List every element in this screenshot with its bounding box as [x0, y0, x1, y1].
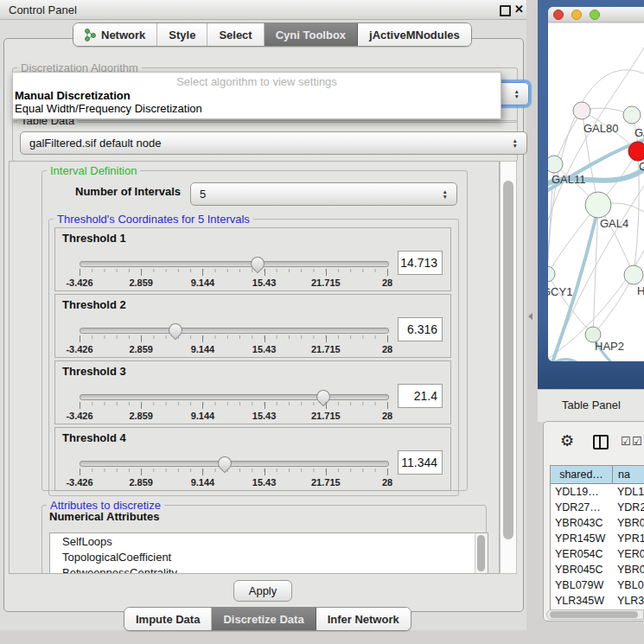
node-label-gal4: GAL4: [600, 217, 628, 230]
threshold-4-slider[interactable]: [80, 461, 389, 467]
table-row[interactable]: YLR345WYLR3: [551, 593, 644, 609]
table-row[interactable]: YDR27…YDR2: [551, 500, 644, 515]
node-right-mid[interactable]: [624, 265, 643, 284]
combobox-value: galFiltered.sif default node: [29, 137, 161, 150]
tab-label: Impute Data: [136, 613, 200, 626]
tab-label: Select: [219, 29, 252, 41]
table-data-combobox[interactable]: galFiltered.sif default node ▲▼: [20, 131, 527, 155]
threshold-3-panel: Threshold 3 -3.426 2.859 9.144 15.43 21.…: [54, 360, 451, 424]
node-gal80[interactable]: [573, 102, 590, 119]
slider-scale: -3.426 2.859 9.144 15.43 21.715 28: [80, 269, 387, 291]
threshold-2-panel: Threshold 2 -3.426 2.859 9.144 15.43 21.…: [54, 294, 451, 358]
table-row[interactable]: YER054CYER0: [551, 546, 644, 562]
threshold-2-label: Threshold 2: [62, 298, 126, 311]
list-item-betweennesscentrality[interactable]: BetweennessCentrality: [50, 564, 488, 574]
checkbox-icon[interactable]: ☑: [632, 435, 642, 448]
node-label-gal11: GAL11: [552, 173, 586, 186]
slider-scale: -3.426 2.859 9.144 15.43 21.715 28: [80, 469, 387, 491]
columns-icon[interactable]: [593, 435, 609, 450]
node-label-hap2: HAP2: [595, 340, 624, 353]
control-panel-tabs: Network Style Select Cyni Toolbox jActiv…: [73, 22, 472, 47]
stepper-icon: ▲▼: [513, 138, 518, 148]
list-item-selfloops[interactable]: SelfLoops: [50, 533, 488, 549]
table-horizontal-scrollbar[interactable]: [546, 609, 644, 620]
threshold-1-panel: Threshold 1 -3.426 2.859 9.144 15.43 21.…: [54, 227, 451, 291]
stepper-icon: ▲▼: [514, 89, 520, 99]
tab-select[interactable]: Select: [207, 23, 264, 46]
settings-scrollbar[interactable]: [500, 161, 517, 574]
group-title: Threshold's Coordinates for 5 Intervals: [54, 213, 253, 226]
tab-cyni-toolbox[interactable]: Cyni Toolbox: [265, 23, 358, 46]
node-partial-right-top[interactable]: [623, 106, 641, 124]
threshold-3-label: Threshold 3: [62, 365, 126, 378]
table-row[interactable]: YDL19…YDL1: [551, 484, 644, 500]
settings-scroll-area: Interval Definition Number of Intervals …: [9, 161, 500, 574]
threshold-1-value-field[interactable]: 14.713: [398, 251, 443, 275]
threshold-1-slider[interactable]: [80, 261, 389, 267]
checkbox-icon[interactable]: ☑: [621, 435, 631, 448]
apply-button[interactable]: Apply: [233, 580, 292, 602]
panel-divider-grip[interactable]: [528, 313, 532, 320]
network-view-panel: GAL80 GA C GAL11 GAL4 GCY1 H HAP2: [538, 0, 644, 389]
tab-impute-data[interactable]: Impute Data: [124, 608, 212, 630]
threshold-4-label: Threshold 4: [62, 431, 126, 444]
threshold-4-value-field[interactable]: 11.344: [398, 450, 443, 475]
number-of-intervals-label: Number of Intervals: [75, 185, 181, 198]
numerical-attributes-list: SelfLoops TopologicalCoefficient Between…: [49, 532, 488, 574]
traffic-light-zoom-icon[interactable]: [590, 10, 600, 20]
group-title: Interval Definition: [47, 164, 140, 177]
tab-label: Discretize Data: [223, 613, 303, 626]
close-icon[interactable]: ✕: [514, 3, 524, 16]
algorithm-dropdown-popup: Select algorithm to view settings Manual…: [12, 72, 501, 119]
scrollbar-thumb[interactable]: [477, 535, 485, 571]
tab-jactivemnodules[interactable]: jActiveMNodules: [358, 23, 471, 46]
number-of-intervals-combobox[interactable]: 5 ▲▼: [190, 182, 457, 206]
dropdown-option-manual[interactable]: Manual Discretization: [15, 89, 131, 102]
combobox-value: 5: [200, 188, 206, 201]
threshold-1-label: Threshold 1: [62, 232, 126, 245]
slider-scale: -3.426 2.859 9.144 15.43 21.715 28: [80, 335, 387, 358]
node-red-selected[interactable]: [628, 142, 644, 161]
node-label-partial: GA: [634, 126, 644, 139]
table-row[interactable]: YBL079WYBL0: [551, 577, 644, 593]
table-row[interactable]: YPR145WYPR1: [551, 531, 644, 546]
traffic-light-close-icon[interactable]: [554, 10, 564, 20]
node-gal4[interactable]: [585, 192, 611, 218]
attributes-list-scrollbar[interactable]: [475, 533, 488, 574]
column-header-name[interactable]: na: [613, 466, 644, 484]
network-tab-icon: [85, 29, 96, 41]
column-header-shared-name[interactable]: shared…: [551, 466, 613, 484]
threshold-4-panel: Threshold 4 -3.426 2.859 9.144 15.43 21.…: [54, 427, 451, 491]
tab-network[interactable]: Network: [73, 23, 157, 46]
scrollbar-thumb[interactable]: [550, 611, 638, 618]
screen: Control Panel ✕ Network Style: [0, 0, 644, 644]
node-label-partial: C: [639, 160, 644, 173]
dropdown-option-equal-width[interactable]: Equal Width/Frequency Discretization: [15, 102, 202, 115]
numerical-attributes-label: Numerical Attributes: [49, 510, 159, 523]
threshold-2-value-field[interactable]: 6.316: [398, 317, 443, 341]
tab-label: Cyni Toolbox: [276, 29, 346, 41]
table-panel-title: Table Panel: [562, 399, 621, 411]
dropdown-hint: Select algorithm to view settings: [13, 75, 501, 88]
float-window-icon[interactable]: [500, 5, 511, 16]
node-gal11[interactable]: [545, 156, 563, 173]
node-label-partial: H: [637, 284, 644, 297]
table-row[interactable]: YBR043CYBR0: [551, 515, 644, 531]
gear-icon[interactable]: ⚙: [560, 431, 574, 450]
table-panel-titlebar: Table Panel: [538, 389, 644, 422]
table-data-group: Table Data galFiltered.sif default node …: [12, 120, 518, 162]
threshold-3-slider[interactable]: [80, 394, 389, 400]
stepper-icon: ▲▼: [443, 189, 448, 199]
scrollbar-thumb[interactable]: [503, 181, 513, 539]
threshold-2-slider[interactable]: [80, 328, 389, 334]
table-header-row: shared… na: [551, 466, 644, 484]
tab-discretize-data[interactable]: Discretize Data: [212, 608, 316, 630]
control-panel-window: Control Panel ✕ Network Style: [0, 0, 526, 630]
threshold-3-value-field[interactable]: 21.4: [398, 384, 443, 408]
table-row[interactable]: YBR045CYBR0: [551, 562, 644, 577]
tab-style[interactable]: Style: [157, 23, 207, 46]
list-item-topologicalcoefficient[interactable]: TopologicalCoefficient: [50, 549, 488, 564]
tab-infer-network[interactable]: Infer Network: [316, 608, 411, 630]
traffic-light-minimize-icon[interactable]: [572, 10, 582, 20]
node-attribute-table: shared… na YDL19…YDL1 YDR27…YDR2 YBR043C…: [550, 465, 644, 610]
